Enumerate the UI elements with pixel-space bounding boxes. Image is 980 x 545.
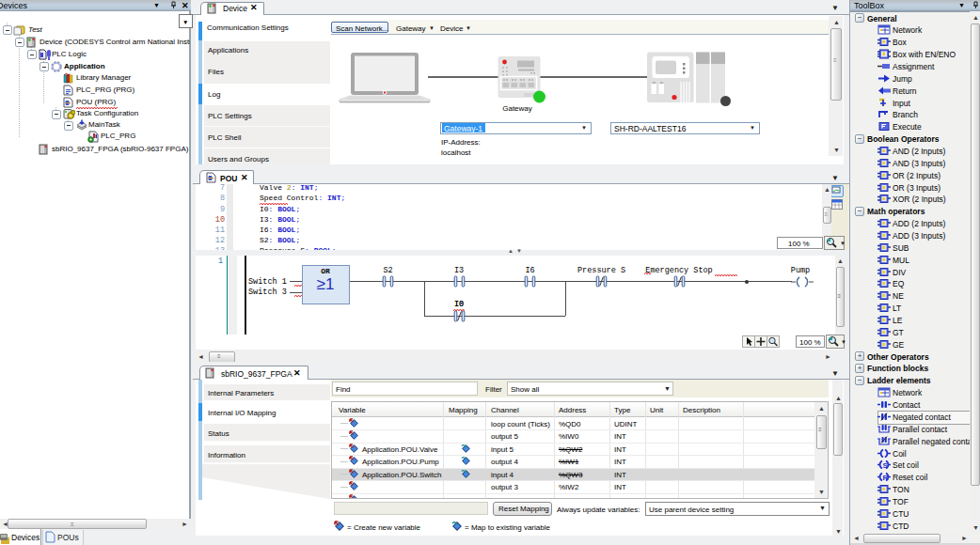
svg-text:S: S (883, 461, 889, 470)
svg-text:R: R (883, 474, 889, 482)
